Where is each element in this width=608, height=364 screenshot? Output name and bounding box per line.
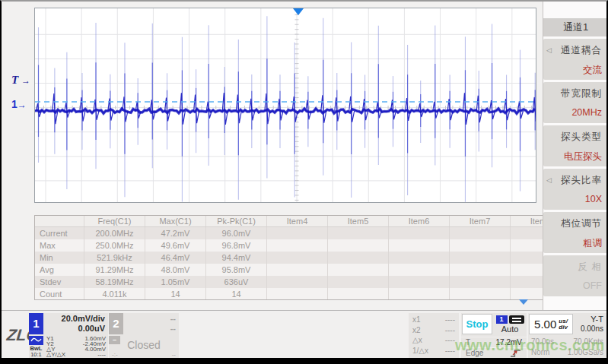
measurement-value — [388, 227, 449, 239]
column-header: Item4 — [266, 216, 327, 226]
ch2-scale: -- — [123, 314, 176, 324]
measurement-value: 94.4mV — [205, 252, 266, 264]
measurement-value — [449, 288, 510, 300]
measurement-row: Max250.0MHz49.6mV96.8mV — [35, 239, 543, 252]
expand-arrow-icon: ◁ — [546, 46, 552, 54]
measurement-value: 636uV — [205, 276, 266, 288]
menu-item[interactable]: ◁通道耦合交流 — [543, 39, 608, 80]
menu-item-label: 带宽限制 — [543, 82, 608, 100]
right-arrow-icon: → — [21, 75, 30, 86]
trigger-level-marker[interactable]: T → — [11, 74, 30, 87]
menu-title: 通道1 — [543, 18, 608, 36]
row-label: Avg — [35, 264, 84, 276]
ch2-aux-left: -:- — [112, 351, 118, 358]
cursor-readout: △Y/△X---- — [46, 352, 106, 357]
column-header: Pk-Pk(C1) — [205, 216, 266, 226]
measurement-value — [327, 288, 388, 300]
menu-item-value: 交流 — [543, 57, 608, 77]
measurement-row: Avg91.29MHz48.0mV95.8mV — [35, 264, 543, 276]
menu-item-value: 20MHz — [543, 100, 608, 118]
menu-item[interactable]: ◁探头比率10X — [543, 169, 608, 210]
measurement-value: 1.05mV — [145, 276, 205, 288]
watermark: www.cntronics.com — [455, 337, 605, 354]
ch2-offset: -- — [123, 324, 176, 334]
measurement-value — [388, 264, 449, 276]
measurement-value: 49.6mV — [145, 239, 205, 252]
ch1-offset: 0.00uV — [43, 324, 105, 334]
measurement-value: 200.0MHz — [84, 227, 145, 239]
row-label: Stdev — [35, 276, 84, 288]
ch2-aux-right: -- — [172, 351, 176, 358]
measurement-value — [266, 264, 327, 276]
probe-ratio-indicator: 10:1 — [29, 352, 43, 358]
measurement-value: 250.0MHz — [84, 239, 145, 252]
trigger-delay: 0.00ns — [574, 324, 603, 334]
measurement-rows: Current200.0MHz47.2mV96.0mVMax250.0MHz49… — [35, 227, 543, 300]
menu-item[interactable]: 档位调节粗调 — [543, 212, 608, 253]
table-scroll-down-icon[interactable] — [519, 299, 528, 305]
column-header: Item6 — [388, 216, 449, 226]
measurement-header-row: Freq(C1)Max(C1)Pk-Pk(C1)Item4Item5Item6I… — [35, 216, 543, 227]
measurement-value — [388, 252, 449, 264]
trigger-position-marker[interactable] — [293, 8, 304, 15]
corner-cell — [35, 216, 84, 226]
measurement-value — [449, 264, 510, 276]
measurement-value — [266, 239, 327, 252]
channel-menu: 通道1 ◁通道耦合交流带宽限制20MHz探头类型电压探头◁探头比率10X档位调节… — [543, 2, 608, 310]
timebase-value: 5.00 — [534, 318, 556, 331]
measurement-value: 46.4mV — [145, 252, 205, 264]
menu-item[interactable]: 探头类型电压探头 — [543, 125, 608, 166]
run-state-indicator[interactable]: Stop — [462, 314, 492, 334]
measurement-value: 521.9kHz — [84, 252, 145, 264]
menu-item-label: 反 相 — [543, 255, 608, 274]
menu-item-label: 探头比率 — [543, 169, 608, 187]
measurement-value — [266, 227, 327, 239]
measurement-value: 14 — [145, 288, 205, 300]
ac-coupling-icon — [29, 336, 43, 345]
trigger-marker-label: T — [11, 74, 18, 86]
measurement-value — [449, 276, 510, 288]
measurement-value — [510, 264, 543, 276]
measurement-value — [510, 288, 543, 300]
measurement-value — [327, 227, 388, 239]
menu-item[interactable]: 反 相OFF — [543, 255, 608, 296]
measurement-row: Stdev58.19MHz1.05mV636uV — [35, 276, 543, 288]
measurement-value: 4.011k — [84, 288, 145, 300]
measurement-value — [327, 239, 388, 252]
oscilloscope-app: T → 1→ Freq(C1)Max(C1)Pk-Pk(C1)Item4Item… — [0, 0, 608, 364]
measurement-value — [266, 252, 327, 264]
measurement-value — [388, 239, 449, 252]
measurement-value — [327, 276, 388, 288]
timebase-unit-bottom: div — [559, 324, 568, 331]
channel1-status[interactable]: 1 20.0mV/div 0.00uV BwL 10:1 Y11.60mVY2-… — [29, 313, 108, 358]
measurement-value: 48.0mV — [145, 264, 205, 276]
measurement-value: 91.29MHz — [84, 264, 145, 276]
measurement-value — [510, 252, 543, 264]
channel2-badge[interactable]: 2 — [109, 313, 123, 334]
channel1-ground-marker[interactable]: 1→ — [11, 98, 27, 110]
measurement-value — [449, 227, 510, 239]
menu-item[interactable]: 带宽限制20MHz — [543, 82, 608, 123]
display-mode: Y-T — [574, 315, 603, 324]
timebase-scale[interactable]: 5.00 us/ div — [529, 314, 573, 334]
measurement-table: Freq(C1)Max(C1)Pk-Pk(C1)Item4Item5Item6I… — [34, 215, 543, 300]
waveform-display[interactable] — [34, 8, 536, 203]
measurement-value: 95.8mV — [205, 264, 266, 276]
channel1-badge[interactable]: 1 — [29, 313, 43, 334]
right-arrow-icon: → — [18, 100, 27, 110]
column-header: Freq(C1) — [84, 216, 145, 226]
channel2-status[interactable]: 2 -- -- – Closed -:- -- — [109, 313, 179, 358]
measurement-value — [266, 288, 327, 300]
waveform-plot — [35, 8, 536, 202]
trigger-source-badge: 1 — [496, 315, 508, 324]
y-cursor-readout: Y11.60mVY2-2.40mV△Y4.00mV△Y/△X---- — [43, 336, 108, 358]
measurement-value — [388, 276, 449, 288]
measurement-value — [449, 252, 510, 264]
measurement-value — [510, 239, 543, 252]
ch2-coupling-icon: – — [109, 336, 120, 344]
measurement-row: Current200.0MHz47.2mV96.0mV — [35, 227, 543, 239]
cursor-readout: x1---- — [412, 315, 455, 324]
measurement-value: 96.8mV — [205, 239, 266, 252]
trigger-mode: Auto — [493, 324, 527, 334]
column-header: Item5 — [327, 216, 388, 226]
